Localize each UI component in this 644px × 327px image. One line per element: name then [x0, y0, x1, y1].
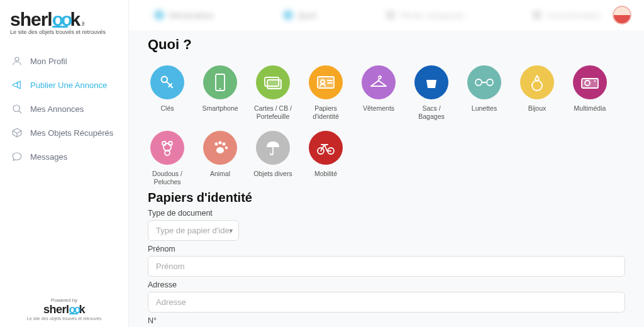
megaphone-icon [11, 79, 23, 91]
category-label: Bijoux [528, 104, 547, 121]
powered-by-sub: Le site des objets trouvés et retrouvés [0, 316, 128, 321]
glasses-icon [467, 65, 501, 99]
logo: sherlook.fr Le site des objets trouvés e… [0, 0, 128, 38]
svg-point-24 [225, 147, 228, 149]
powered-by-label: Powered by [0, 297, 128, 303]
avatar[interactable] [613, 6, 631, 25]
category-phone[interactable]: Smartphone [201, 65, 240, 121]
ring-icon [520, 65, 554, 99]
category-id[interactable]: Papiers d'identité [306, 65, 345, 121]
form: Type de document ▾ Prénom Adresse N° [148, 209, 625, 328]
category-bike[interactable]: Mobilité [306, 131, 345, 186]
card-icon [256, 65, 290, 99]
logo-tld: .fr [81, 21, 84, 27]
category-label: Sacs / Bagages [412, 104, 451, 121]
chat-icon [11, 151, 23, 162]
category-card[interactable]: Cartes / CB / Portefeuille [253, 65, 292, 121]
step-3: Coordonnées [532, 10, 600, 20]
section-title: Papiers d'identité [148, 191, 625, 205]
sidebar-item-user[interactable]: Mon Profil [0, 49, 128, 73]
category-bag[interactable]: Sacs / Bagages [412, 65, 451, 121]
svg-point-23 [223, 143, 226, 146]
paw-icon [203, 131, 237, 165]
main-content: Quoi ? ClésSmartphoneCartes / CB / Porte… [129, 30, 644, 327]
category-grid: ClésSmartphoneCartes / CB / Portefeuille… [148, 65, 625, 187]
key-icon [150, 65, 184, 99]
teddy-icon [150, 131, 184, 165]
powered-by: Powered by sherlook Le site des objets t… [0, 289, 128, 327]
logo-text-pre: sherl [10, 9, 52, 30]
category-teddy[interactable]: Doudous / Peluches [148, 131, 187, 186]
doc-type-select[interactable] [148, 220, 239, 241]
topbar: DéclarationQuoiPerdu où/quandCoordonnées [129, 0, 644, 30]
firstname-input[interactable] [148, 256, 625, 277]
svg-point-4 [219, 88, 221, 89]
svg-point-16 [594, 80, 596, 82]
category-umbrella[interactable]: Objets divers [253, 131, 292, 186]
sidebar-item-box[interactable]: Mes Objets Récupérés [0, 121, 128, 145]
camera-icon [573, 65, 607, 99]
number-label: N° [148, 316, 625, 325]
category-label: Animal [210, 170, 230, 186]
sidebar: sherlook.fr Le site des objets trouvés e… [0, 0, 129, 327]
category-label: Doudous / Peluches [148, 170, 187, 186]
logo-text-oo: oo [52, 9, 70, 30]
umbrella-icon [256, 131, 290, 165]
address-label: Adresse [148, 280, 625, 289]
svg-point-11 [475, 79, 482, 86]
step-0: Déclaration [154, 10, 214, 20]
svg-rect-6 [267, 80, 281, 89]
category-label: Mobilité [314, 170, 337, 186]
hanger-icon [362, 65, 396, 99]
page-title: Quoi ? [148, 36, 625, 53]
sidebar-item-label: Mes Annonces [30, 104, 84, 114]
phone-icon [203, 65, 237, 99]
sidebar-item-chat[interactable]: Messages [0, 145, 128, 169]
category-paw[interactable]: Animal [201, 131, 240, 186]
logo-text-post: k [70, 9, 80, 30]
category-label: Vêtements [363, 104, 394, 121]
sidebar-item-label: Mes Objets Récupérés [30, 128, 113, 138]
progress-steps: DéclarationQuoiPerdu où/quandCoordonnées [142, 10, 613, 20]
sidebar-item-megaphone[interactable]: Publier Une Annonce [0, 73, 128, 97]
address-input[interactable] [148, 292, 625, 313]
svg-point-12 [487, 79, 493, 86]
doc-type-label: Type de document [148, 209, 625, 218]
category-ring[interactable]: Bijoux [518, 65, 557, 121]
category-label: Smartphone [202, 104, 238, 121]
svg-point-0 [15, 57, 19, 61]
category-hanger[interactable]: Vêtements [359, 65, 398, 121]
sidebar-nav: Mon ProfilPublier Une AnnonceMes Annonce… [0, 49, 128, 169]
category-key[interactable]: Clés [148, 65, 187, 121]
category-label: Papiers d'identité [306, 104, 345, 121]
box-icon [11, 127, 23, 138]
svg-point-21 [215, 143, 218, 146]
step-2: Perdu où/quand [386, 10, 463, 20]
svg-point-25 [216, 147, 224, 153]
category-label: Objets divers [253, 170, 292, 186]
category-label: Cartes / CB / Portefeuille [253, 104, 292, 121]
firstname-label: Prénom [148, 245, 625, 253]
svg-point-13 [532, 80, 542, 91]
category-glasses[interactable]: Lunettes [465, 65, 504, 121]
category-label: Multimédia [574, 104, 606, 121]
category-label: Lunettes [472, 104, 497, 121]
sidebar-item-search[interactable]: Mes Annonces [0, 97, 128, 121]
bag-icon [414, 65, 448, 99]
sidebar-item-label: Messages [30, 152, 67, 162]
svg-point-1 [13, 105, 20, 112]
user-icon [11, 55, 23, 67]
step-1: Quoi [283, 10, 317, 20]
sidebar-item-label: Publier Une Annonce [30, 80, 107, 90]
sidebar-item-label: Mon Profil [30, 57, 67, 66]
bike-icon [309, 131, 343, 165]
search-icon [11, 103, 23, 114]
id-icon [309, 65, 343, 99]
category-label: Clés [160, 104, 174, 121]
category-camera[interactable]: Multimédia [570, 65, 609, 121]
svg-point-22 [219, 141, 222, 145]
